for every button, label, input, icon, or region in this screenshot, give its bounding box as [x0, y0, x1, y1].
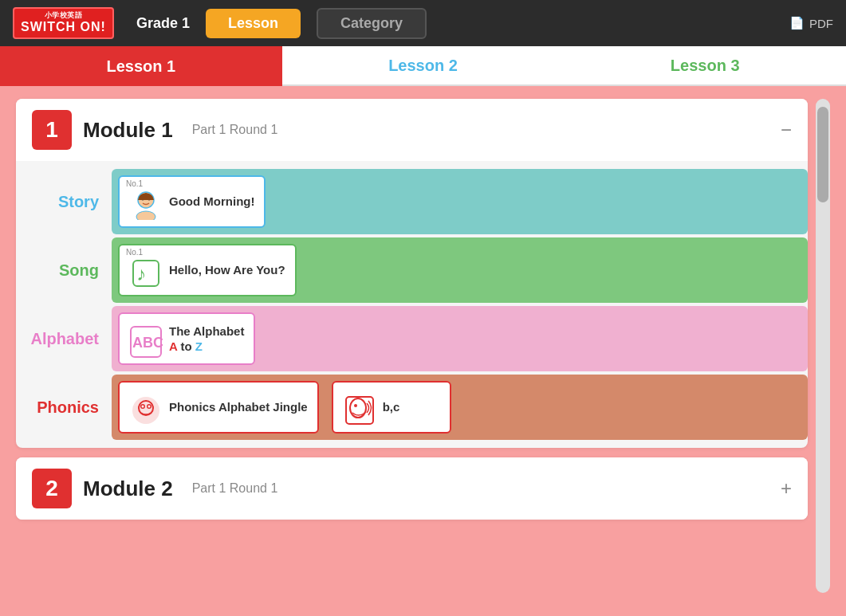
alphabet-items: ABC The Alphabet A to Z — [112, 306, 808, 371]
svg-text:♪: ♪ — [136, 263, 146, 284]
module-1-subtitle: Part 1 Round 1 — [192, 123, 278, 137]
alphabet-row-fill — [262, 308, 808, 370]
phonics-card-1[interactable]: Phonics Alphabet Jingle — [118, 381, 319, 434]
top-navigation: 小学校英語 SWITCH ON! Grade 1 Lesson Category… — [0, 0, 846, 46]
song-card-no: No.1 — [126, 248, 143, 257]
story-card-text: Good Morning! — [169, 194, 254, 210]
module-2-header: 2 Module 2 Part 1 Round 1 + — [16, 457, 808, 520]
song-label: Song — [16, 261, 112, 280]
phonics-card-2[interactable]: b,c — [332, 381, 451, 434]
module-1-body: Story No.1 — [16, 161, 808, 448]
song-card-1[interactable]: No.1 ♪ Hello, How Are You? — [118, 244, 297, 296]
module-2-number: 2 — [32, 469, 72, 508]
lesson-button[interactable]: Lesson — [206, 9, 301, 38]
phonics-card-2-text: b,c — [383, 399, 400, 415]
module-2-toggle[interactable]: + — [781, 477, 792, 500]
grade-label: Grade 1 — [136, 15, 190, 32]
story-icon — [129, 188, 163, 222]
story-row-fill — [272, 171, 808, 233]
module-1-title: Module 1 — [83, 118, 173, 143]
module-1-header: 1 Module 1 Part 1 Round 1 − — [16, 99, 808, 161]
tab-lesson-3[interactable]: Lesson 3 — [564, 46, 846, 86]
tab-lesson-1[interactable]: Lesson 1 — [0, 46, 282, 86]
pdf-icon: 📄 — [789, 16, 805, 30]
phonics-row: Phonics — [16, 375, 808, 440]
alphabet-card-text: The Alphabet A to Z — [169, 324, 244, 355]
song-card-text: Hello, How Are You? — [169, 262, 285, 278]
lesson-tabs: Lesson 1 Lesson 2 Lesson 3 — [0, 46, 846, 86]
alphabet-card-1[interactable]: ABC The Alphabet A to Z — [118, 312, 255, 365]
svg-point-1 — [136, 211, 155, 220]
phonics-items: Phonics Alphabet Jingle — [112, 375, 808, 440]
module-1-toggle[interactable]: − — [781, 119, 792, 141]
story-row: Story No.1 — [16, 169, 808, 234]
svg-point-13 — [148, 406, 151, 408]
svg-text:ABC: ABC — [132, 335, 163, 351]
story-items: No.1 — [112, 169, 808, 234]
scrollbar[interactable] — [816, 99, 830, 593]
alphabet-row: Alphabet ABC The Alphabet — [16, 306, 808, 371]
phonics-icon-2 — [343, 394, 376, 427]
phonics-icon-1 — [129, 394, 163, 427]
logo-main-text: SWITCH ON! — [21, 20, 106, 34]
phonics-label: Phonics — [16, 398, 112, 417]
alphabet-label: Alphabet — [16, 330, 112, 348]
svg-point-16 — [354, 404, 357, 407]
main-content: 1 Module 1 Part 1 Round 1 − Story No.1 — [0, 86, 846, 606]
svg-point-12 — [142, 406, 144, 408]
app-logo: 小学校英語 SWITCH ON! — [13, 7, 114, 38]
story-card-1[interactable]: No.1 — [118, 175, 266, 228]
tab-lesson-2[interactable]: Lesson 2 — [282, 46, 565, 86]
module-2-subtitle: Part 1 Round 1 — [192, 481, 278, 496]
module-2-title: Module 2 — [83, 477, 173, 501]
phonics-card-1-text: Phonics Alphabet Jingle — [169, 399, 308, 415]
song-row: Song No.1 ♪ Hello, How Are You — [16, 237, 808, 303]
song-icon: ♪ — [129, 257, 163, 290]
story-label: Story — [16, 193, 112, 211]
alphabet-icon: ABC — [129, 325, 163, 359]
song-items: No.1 ♪ Hello, How Are You? — [112, 237, 808, 303]
phonics-row-fill — [458, 376, 808, 438]
song-row-fill — [303, 239, 808, 301]
module-1-number: 1 — [32, 110, 72, 150]
module-2: 2 Module 2 Part 1 Round 1 + — [16, 457, 808, 520]
module-1: 1 Module 1 Part 1 Round 1 − Story No.1 — [16, 99, 808, 448]
scrollbar-thumb[interactable] — [817, 107, 828, 202]
logo-top-text: 小学校英語 — [45, 12, 83, 20]
category-button[interactable]: Category — [317, 8, 427, 39]
story-card-no: No.1 — [126, 179, 143, 188]
pdf-button[interactable]: 📄 PDF — [789, 16, 833, 30]
content-area: 1 Module 1 Part 1 Round 1 − Story No.1 — [16, 99, 808, 593]
